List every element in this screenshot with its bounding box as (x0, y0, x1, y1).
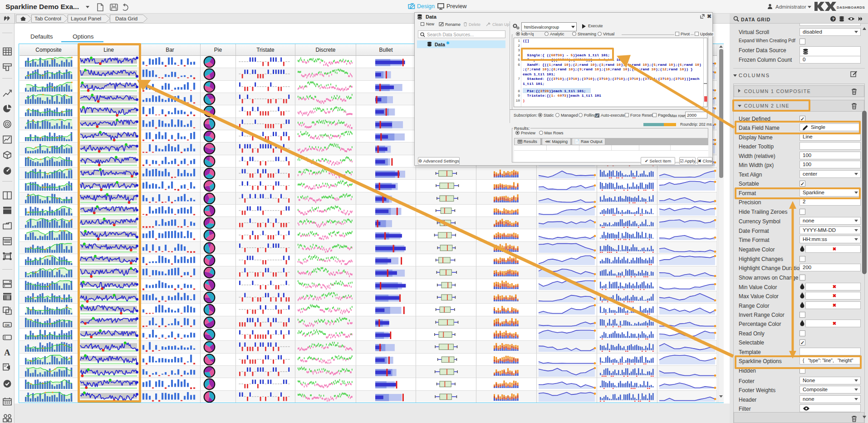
svg-text:DASHBOARDS: DASHBOARDS (837, 5, 865, 10)
svg-text:Tab Control: Tab Control (34, 16, 61, 21)
svg-text:Data Grid: Data Grid (115, 16, 137, 21)
svg-text:A: A (4, 348, 10, 356)
svg-text:?: ? (832, 16, 835, 21)
svg-text:Layout Panel: Layout Panel (71, 16, 101, 21)
svg-text:OK: OK (5, 323, 10, 327)
